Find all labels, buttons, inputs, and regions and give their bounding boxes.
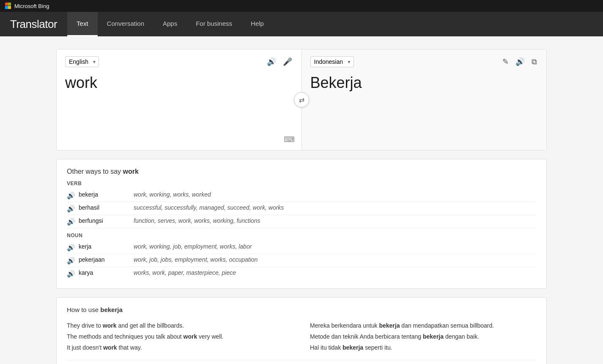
how-to-title-prefix: How to use (67, 306, 100, 313)
how-to-section: How to use bekerja They drive to work an… (56, 297, 547, 364)
alt-row-berfungsi: 🔊 berfungsi function, serves, work, work… (67, 215, 536, 228)
alt-defs-berfungsi: function, serves, work, works, working, … (134, 217, 260, 224)
example-id-1: Mereka berkendara untuk bekerja dan mend… (310, 322, 536, 329)
source-mic-button[interactable]: 🎤 (282, 56, 293, 67)
nav: Translator Text Conversation Apps For bu… (0, 12, 603, 36)
alt-defs-pekerjaan: work, job, jobs, employment, works, occu… (134, 256, 258, 263)
alt-defs-kerja: work, working, job, employment, works, l… (134, 243, 252, 250)
example-en-1: They drive to work and get all the billb… (67, 322, 293, 329)
target-lang-select[interactable]: Indonesian (310, 56, 354, 67)
bing-logo: Microsoft Bing (5, 3, 49, 9)
source-lang-wrapper[interactable]: English ▼ (65, 56, 99, 67)
bing-logo-text: Microsoft Bing (14, 3, 49, 9)
other-ways-title-word: work (123, 168, 139, 175)
source-lang-icons: 🔊 🎤 (266, 56, 293, 67)
sound-btn-berhasil[interactable]: 🔊 (67, 205, 75, 213)
nav-item-apps[interactable]: Apps (153, 12, 186, 36)
target-lang-icons: ✎ 🔊 ⧉ (502, 56, 538, 67)
target-lang-selector: Indonesian ▼ ✎ 🔊 ⧉ (310, 56, 538, 67)
translator-container: English ▼ 🔊 🎤 work ⌨ ⇄ Indonesian (56, 49, 547, 151)
main-content: English ▼ 🔊 🎤 work ⌨ ⇄ Indonesian (48, 49, 555, 364)
alt-word-karya: karya (79, 269, 134, 276)
alt-row-bekerja: 🔊 bekerja work, working, works, worked (67, 189, 536, 202)
target-edit-button[interactable]: ✎ (502, 56, 510, 67)
alt-defs-bekerja: work, working, works, worked (134, 191, 211, 198)
source-lang-selector: English ▼ 🔊 🎤 (65, 56, 293, 67)
other-ways-title: Other ways to say work (67, 168, 536, 175)
alt-word-berfungsi: berfungsi (79, 217, 134, 224)
keyboard-icon[interactable]: ⌨ (284, 135, 295, 144)
nav-item-conversation[interactable]: Conversation (98, 12, 153, 36)
bing-logo-squares (5, 3, 12, 9)
nav-item-text[interactable]: Text (67, 12, 98, 36)
example-row-3: It just doesn't work that way. Hal itu t… (67, 342, 536, 353)
pos-label-noun: NOUN (67, 233, 536, 238)
sound-btn-karya[interactable]: 🔊 (67, 270, 75, 278)
source-speak-button[interactable]: 🔊 (266, 56, 277, 67)
target-pane: Indonesian ▼ ✎ 🔊 ⧉ Bekerja (302, 49, 547, 150)
source-pane: English ▼ 🔊 🎤 work ⌨ (57, 49, 302, 150)
sound-btn-kerja[interactable]: 🔊 (67, 244, 75, 252)
example-en-3: It just doesn't work that way. (67, 344, 293, 351)
alt-word-kerja: kerja (79, 243, 134, 250)
example-id-2: Metode dan teknik Anda berbicara tentang… (310, 333, 536, 340)
alt-row-karya: 🔊 karya works, work, paper, masterpiece,… (67, 267, 536, 280)
sound-btn-pekerjaan[interactable]: 🔊 (67, 257, 75, 265)
target-lang-wrapper[interactable]: Indonesian ▼ (310, 56, 354, 67)
nav-links: Text Conversation Apps For business Help (67, 12, 273, 36)
example-id-3: Hal itu tidak bekerja seperti itu. (310, 344, 536, 351)
nav-item-help[interactable]: Help (241, 12, 273, 36)
how-to-title: How to use bekerja (67, 306, 536, 313)
alt-word-berhasil: berhasil (79, 204, 134, 211)
target-text: Bekerja (310, 74, 538, 143)
alt-defs-karya: works, work, paper, masterpiece, piece (134, 269, 236, 276)
source-lang-select[interactable]: English (65, 56, 99, 67)
other-ways-title-prefix: Other ways to say (67, 168, 123, 175)
how-to-title-word: bekerja (100, 306, 123, 313)
nav-item-forbusiness[interactable]: For business (186, 12, 241, 36)
alt-row-kerja: 🔊 kerja work, working, job, employment, … (67, 241, 536, 254)
alt-word-pekerjaan: pekerjaan (79, 256, 134, 263)
source-text: work (65, 74, 293, 143)
alt-row-berhasil: 🔊 berhasil successful, successfully, man… (67, 202, 536, 215)
alt-row-pekerjaan: 🔊 pekerjaan work, job, jobs, employment,… (67, 254, 536, 267)
top-bar: Microsoft Bing (0, 0, 603, 12)
example-row-2: The methods and techniques you talk abou… (67, 331, 536, 342)
app-title: Translator (0, 18, 67, 31)
other-ways-section: Other ways to say work VERB 🔊 bekerja wo… (56, 159, 547, 289)
target-copy-button[interactable]: ⧉ (531, 56, 538, 67)
sound-btn-berfungsi[interactable]: 🔊 (67, 218, 75, 226)
sound-btn-bekerja[interactable]: 🔊 (67, 192, 75, 200)
pos-label-verb: VERB (67, 181, 536, 186)
swap-button[interactable]: ⇄ (294, 92, 309, 107)
examples-note: Examples are automatically generated. Th… (67, 360, 536, 364)
alt-word-bekerja: bekerja (79, 191, 134, 198)
example-row-1: They drive to work and get all the billb… (67, 320, 536, 331)
alt-defs-berhasil: successful, successfully, managed, succe… (134, 204, 284, 211)
example-en-2: The methods and techniques you talk abou… (67, 333, 293, 340)
target-speak-button[interactable]: 🔊 (515, 56, 526, 67)
